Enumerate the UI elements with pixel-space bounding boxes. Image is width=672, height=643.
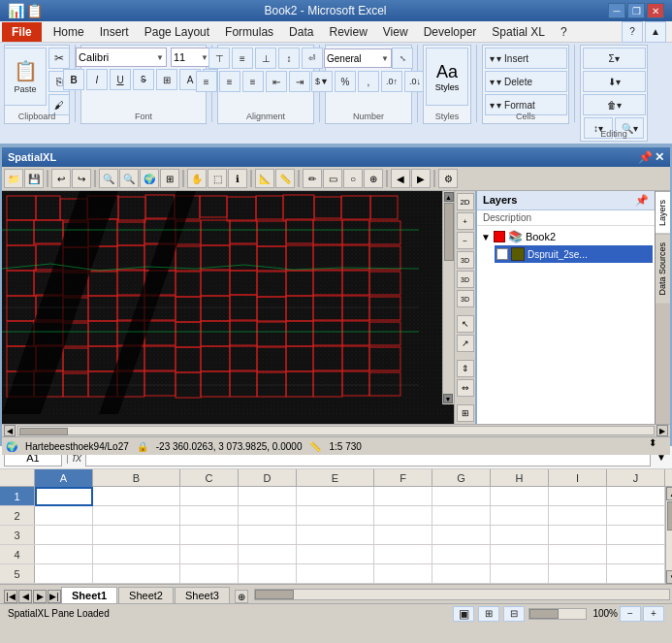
spatialxl-pin-btn[interactable]: 📌 xyxy=(638,150,653,164)
cell-c4[interactable] xyxy=(180,545,239,564)
cell-d1[interactable] xyxy=(239,487,297,506)
sp-point-btn[interactable]: ⊕ xyxy=(364,169,383,188)
sp-redo-btn[interactable]: ↪ xyxy=(72,169,91,188)
sp-select-btn[interactable]: ⬚ xyxy=(208,169,227,188)
map-hscroll-thumb[interactable] xyxy=(19,428,68,435)
row-num-5[interactable]: 5 xyxy=(0,564,35,583)
side-3d-btn[interactable]: 3D xyxy=(457,251,474,269)
minimize-button[interactable]: ─ xyxy=(608,3,625,18)
map-scroll-left[interactable]: ◀ xyxy=(4,425,16,436)
number-format-selector[interactable]: General ▼ xyxy=(324,48,392,68)
grid-hscroll[interactable] xyxy=(252,586,672,603)
map-scroll-down[interactable]: ▼ xyxy=(443,394,453,403)
help-menu[interactable]: ? xyxy=(553,23,575,41)
file-menu[interactable]: File xyxy=(2,22,42,42)
cell-i4[interactable] xyxy=(549,545,607,564)
col-header-b[interactable]: B xyxy=(93,469,180,487)
cell-a3[interactable] xyxy=(35,526,93,545)
review-menu[interactable]: Review xyxy=(321,23,374,41)
sheet-tab-sheet1[interactable]: Sheet1 xyxy=(61,587,117,603)
vtab-data-sources[interactable]: Data Sources xyxy=(656,234,670,304)
sp-draw-btn[interactable]: ✏ xyxy=(303,169,322,188)
cell-j5[interactable] xyxy=(607,564,665,584)
cell-b4[interactable] xyxy=(93,545,180,564)
cell-i3[interactable] xyxy=(549,526,607,545)
cell-a4[interactable] xyxy=(35,545,93,564)
sp-zoomin-btn[interactable]: 🔍 xyxy=(99,169,118,188)
cell-h2[interactable] xyxy=(491,506,549,526)
cell-f4[interactable] xyxy=(374,545,432,564)
sheet-nav-first[interactable]: |◀ xyxy=(4,590,17,603)
zoom-out-btn[interactable]: − xyxy=(620,606,641,622)
cell-e3[interactable] xyxy=(297,526,374,545)
cell-h1[interactable] xyxy=(491,487,549,506)
cell-b5[interactable] xyxy=(93,564,180,584)
cell-g5[interactable] xyxy=(432,564,491,584)
restore-button[interactable]: ❐ xyxy=(627,3,645,18)
cell-g2[interactable] xyxy=(432,506,491,526)
row-num-2[interactable]: 2 xyxy=(0,506,35,525)
cut-button[interactable]: ✂ xyxy=(48,48,70,69)
cell-i5[interactable] xyxy=(549,564,607,584)
cell-c1[interactable] xyxy=(180,487,239,506)
side-expand2-btn[interactable]: ⇔ xyxy=(457,379,474,397)
spatialxl-close-btn[interactable]: ✕ xyxy=(655,150,664,164)
sheet-nav-prev[interactable]: ◀ xyxy=(18,590,32,603)
cell-d2[interactable] xyxy=(239,506,297,526)
percent-button[interactable]: % xyxy=(335,71,356,92)
row-num-3[interactable]: 3 xyxy=(0,526,35,544)
row-num-1[interactable]: 1 xyxy=(0,487,35,505)
sp-measure2-btn[interactable]: 📏 xyxy=(275,169,295,188)
map-hscroll-track[interactable] xyxy=(17,426,655,435)
sp-next-btn[interactable]: ▶ xyxy=(411,169,431,188)
grid-hscroll-thumb[interactable] xyxy=(255,590,294,599)
side-expand-btn[interactable]: ⇕ xyxy=(457,360,474,377)
align-left-button[interactable]: ≡ xyxy=(196,71,217,92)
cell-j3[interactable] xyxy=(607,526,665,545)
grid-hscroll-track[interactable] xyxy=(254,589,670,600)
side-arrow2-btn[interactable]: ↗ xyxy=(457,335,474,352)
help-icon-btn[interactable]: ? xyxy=(622,21,643,43)
sp-undo-btn[interactable]: ↩ xyxy=(51,169,71,188)
insert-menu[interactable]: Insert xyxy=(92,23,137,41)
layers-pin-icon[interactable]: 📌 xyxy=(635,194,649,207)
cell-j1[interactable] xyxy=(607,487,665,506)
cell-i2[interactable] xyxy=(549,506,607,526)
font-name-selector[interactable]: Calibri ▼ xyxy=(76,48,167,67)
spatialxl-menu[interactable]: Spatial XL xyxy=(484,23,553,41)
col-header-f[interactable]: F xyxy=(374,469,432,487)
col-header-c[interactable]: C xyxy=(180,469,239,487)
view-normal-btn[interactable]: ▣ xyxy=(453,606,474,622)
zoom-slider-thumb[interactable] xyxy=(529,609,559,619)
map-hscroll[interactable]: ◀ ▶ xyxy=(2,424,670,436)
vtab-layers[interactable]: Layers xyxy=(656,191,670,234)
layer-dspruit-item[interactable]: ✓ Dspruit_2se... xyxy=(495,245,653,263)
developer-menu[interactable]: Developer xyxy=(416,23,485,41)
sheet-tab-sheet3[interactable]: Sheet3 xyxy=(175,587,230,603)
cell-h3[interactable] xyxy=(491,526,549,545)
scroll-thumb[interactable] xyxy=(667,501,673,530)
cell-g4[interactable] xyxy=(432,545,491,564)
view-page-btn[interactable]: ⊟ xyxy=(503,606,525,622)
map-vscroll[interactable]: ▲ ▼ xyxy=(442,191,454,404)
col-header-i[interactable]: I xyxy=(549,469,607,487)
sp-identify-btn[interactable]: ℹ xyxy=(228,169,247,188)
sheet-nav-next[interactable]: ▶ xyxy=(33,590,47,603)
sheet-tab-sheet2[interactable]: Sheet2 xyxy=(118,587,174,603)
increase-decimal-button[interactable]: .0↑ xyxy=(381,71,402,92)
cell-f2[interactable] xyxy=(374,506,432,526)
cell-f3[interactable] xyxy=(374,526,432,545)
zoom-in-btn[interactable]: + xyxy=(643,606,664,622)
side-zoom-in[interactable]: + xyxy=(457,212,474,230)
font-size-selector[interactable]: 11 ▼ xyxy=(171,48,211,67)
sp-save-btn[interactable]: 💾 xyxy=(24,169,44,188)
clear-button[interactable]: 🗑▾ xyxy=(583,94,646,115)
view-layout-btn[interactable]: ⊞ xyxy=(478,606,499,622)
border-button[interactable]: ⊞ xyxy=(156,69,177,90)
map-scroll-up[interactable]: ▲ xyxy=(444,192,454,202)
increase-indent-button[interactable]: ⇥ xyxy=(289,71,310,92)
bold-button[interactable]: B xyxy=(63,69,84,90)
cell-e5[interactable] xyxy=(297,564,374,584)
cell-g3[interactable] xyxy=(432,526,491,545)
side-arrow-btn[interactable]: ↖ xyxy=(457,315,474,333)
